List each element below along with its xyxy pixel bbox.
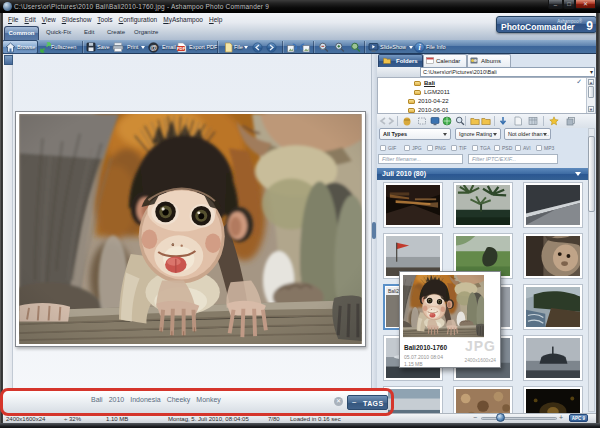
svg-text:PDF: PDF: [177, 46, 186, 51]
svg-text:@: @: [150, 43, 158, 52]
